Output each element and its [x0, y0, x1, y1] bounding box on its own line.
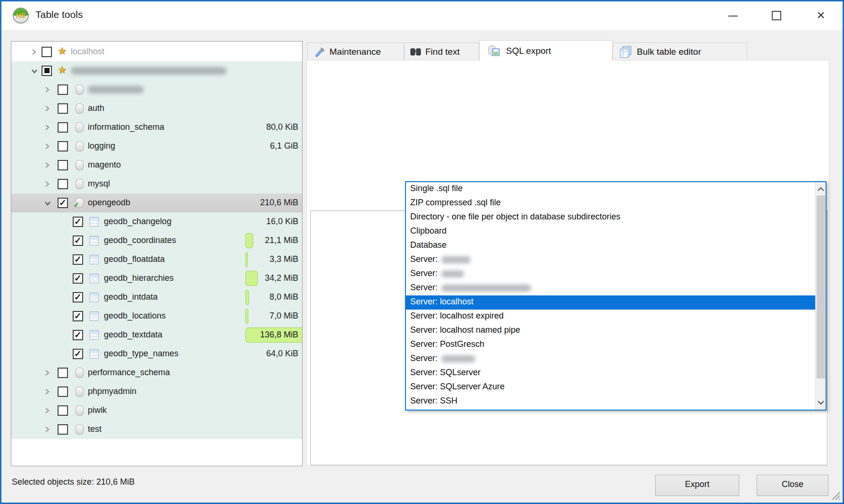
tree-checkbox-checked[interactable]: ✓: [73, 330, 83, 340]
tree-item-label: localhost: [71, 47, 104, 57]
dropdown-option[interactable]: Server: localhost named pipe: [406, 324, 815, 338]
tab-maintenance[interactable]: Maintenance: [307, 42, 404, 60]
tree-row-geodb_floatdata[interactable]: ✓geodb_floatdata3,3 MiB: [11, 250, 302, 269]
tree-row-geodb_coordinates[interactable]: ✓geodb_coordinates21,1 MiB: [11, 231, 302, 250]
dropdown-option[interactable]: Server: SSH: [406, 395, 815, 409]
close-window-button[interactable]: ×: [803, 1, 839, 30]
redacted-label: [441, 355, 475, 362]
tree-row-geodb_type_names[interactable]: ✓geodb_type_names64,0 KiB: [11, 344, 302, 363]
tree-checkbox-unchecked[interactable]: [58, 103, 68, 114]
tree-row[interactable]: ★: [11, 61, 302, 80]
dropdown-option-selected[interactable]: Server: localhost: [406, 295, 815, 310]
dropdown-option[interactable]: ZIP compressed .sql file: [406, 196, 815, 210]
dropdown-scrollbar[interactable]: [815, 182, 826, 410]
tree-row-opengeodb[interactable]: ✓✓opengeodb210,6 MiB: [11, 193, 302, 212]
tree-item-label: information_schema: [88, 122, 164, 132]
tree-checkbox-unchecked[interactable]: [58, 141, 68, 151]
dropdown-option[interactable]: Server: PostGresch: [406, 338, 815, 352]
expander-collapsed-icon[interactable]: [44, 143, 50, 150]
dropdown-option[interactable]: Server: SQLserver: [406, 366, 815, 380]
tree-row-auth[interactable]: auth: [11, 99, 302, 118]
tree-row-logging[interactable]: logging6,1 GiB: [11, 137, 302, 156]
tree-checkbox-checked[interactable]: ✓: [58, 198, 68, 208]
tree-checkbox-unchecked[interactable]: [58, 122, 68, 133]
scroll-up-icon[interactable]: [816, 183, 826, 195]
expander-collapsed-icon[interactable]: [44, 124, 50, 131]
redacted-label: [71, 67, 227, 75]
tree-checkbox-checked[interactable]: ✓: [73, 311, 83, 321]
database-icon: [76, 179, 84, 189]
tree-checkbox-checked[interactable]: ✓: [73, 235, 83, 246]
tree-row-phpmyadmin[interactable]: phpmyadmin: [11, 382, 302, 401]
tree-checkbox-checked[interactable]: ✓: [73, 349, 83, 359]
expander-expanded-icon[interactable]: [44, 201, 51, 206]
output-dropdown-list[interactable]: Single .sql fileZIP compressed .sql file…: [405, 181, 827, 411]
tree-checkbox-unchecked[interactable]: [58, 424, 68, 435]
close-button[interactable]: Close: [757, 475, 828, 496]
expander-collapsed-icon[interactable]: [44, 181, 50, 187]
redacted-label: [88, 86, 143, 93]
tree-row-magento[interactable]: magento: [11, 156, 302, 175]
tree-checkbox-checked[interactable]: ✓: [73, 217, 83, 227]
tree-checkbox-unchecked[interactable]: [58, 84, 68, 95]
tree-row-geodb_changelog[interactable]: ✓geodb_changelog16,0 KiB: [11, 212, 302, 231]
minimize-button[interactable]: [715, 1, 751, 30]
scroll-down-icon[interactable]: [816, 396, 826, 409]
resize-grip[interactable]: [829, 489, 841, 501]
tab-sql-export[interactable]: SQL export: [479, 40, 613, 60]
tree-row-geodb_textdata[interactable]: ✓geodb_textdata136,8 MiB: [11, 326, 302, 344]
dropdown-option[interactable]: Server:: [406, 281, 815, 295]
database-tree[interactable]: ★localhost★authinformation_schema80,0 Ki…: [11, 41, 303, 466]
dropdown-option[interactable]: Server: localhost expired: [406, 310, 815, 324]
dropdown-option[interactable]: Single .sql file: [406, 182, 815, 196]
tab-bulk-table-editor[interactable]: Bulk table editor: [613, 42, 747, 60]
tree-row[interactable]: [11, 80, 302, 99]
tree-row-performance_schema[interactable]: performance_schema: [11, 363, 302, 382]
window-title: Table tools: [35, 9, 83, 20]
tree-checkbox-unchecked[interactable]: [58, 368, 68, 378]
dropdown-option[interactable]: Directory - one file per object in datab…: [406, 210, 815, 225]
dropdown-option[interactable]: Server:: [406, 352, 815, 366]
tree-item-label: geodb_locations: [104, 311, 166, 321]
database-icon: [76, 386, 84, 397]
expander-collapsed-icon[interactable]: [44, 426, 50, 433]
tree-row-geodb_locations[interactable]: ✓geodb_locations7,0 MiB: [11, 307, 302, 326]
expander-collapsed-icon[interactable]: [31, 49, 37, 55]
expander-collapsed-icon[interactable]: [44, 388, 50, 395]
tree-checkbox-unchecked[interactable]: [58, 179, 68, 189]
tree-checkbox-unchecked[interactable]: [58, 160, 68, 170]
dropdown-option[interactable]: Server:: [406, 267, 815, 281]
tree-checkbox-checked[interactable]: ✓: [73, 254, 83, 265]
tree-row-localhost[interactable]: ★localhost: [11, 42, 302, 61]
tree-row-geodb_hierarchies[interactable]: ✓geodb_hierarchies34,2 MiB: [11, 269, 302, 288]
check-icon: ✓: [74, 254, 82, 264]
scrollbar-thumb[interactable]: [817, 195, 825, 378]
expander-expanded-icon[interactable]: [31, 68, 38, 74]
maximize-button[interactable]: [759, 1, 794, 30]
tree-row-test[interactable]: test: [11, 420, 302, 439]
tree-checkbox-unchecked[interactable]: [58, 405, 68, 416]
expander-collapsed-icon[interactable]: [44, 86, 50, 93]
tree-checkbox-checked[interactable]: ✓: [73, 292, 83, 302]
tree-checkbox-unchecked[interactable]: [42, 47, 52, 57]
tree-row-geodb_intdata[interactable]: ✓geodb_intdata8,0 MiB: [11, 288, 302, 307]
expander-collapsed-icon[interactable]: [44, 407, 50, 414]
dropdown-option[interactable]: Clipboard: [406, 225, 815, 239]
check-icon: ✓: [74, 217, 82, 227]
tab-find-text[interactable]: Find text: [404, 42, 479, 60]
tree-checkbox-partial[interactable]: [42, 66, 52, 76]
dropdown-option[interactable]: Database: [406, 239, 815, 253]
partial-check-icon: [44, 68, 50, 73]
export-button[interactable]: Export: [655, 475, 739, 496]
tree-checkbox-unchecked[interactable]: [58, 386, 68, 397]
expander-collapsed-icon[interactable]: [44, 370, 50, 376]
expander-collapsed-icon[interactable]: [44, 162, 50, 168]
tree-checkbox-checked[interactable]: ✓: [73, 273, 83, 284]
tree-row-information_schema[interactable]: information_schema80,0 KiB: [11, 118, 302, 137]
tree-row-piwik[interactable]: piwik: [11, 401, 302, 420]
expander-collapsed-icon[interactable]: [44, 105, 50, 112]
tree-row-mysql[interactable]: mysql: [11, 175, 302, 193]
dropdown-option[interactable]: Server: SQLserver Azure: [406, 380, 815, 395]
database-icon: [76, 141, 84, 151]
dropdown-option[interactable]: Server:: [406, 253, 815, 267]
